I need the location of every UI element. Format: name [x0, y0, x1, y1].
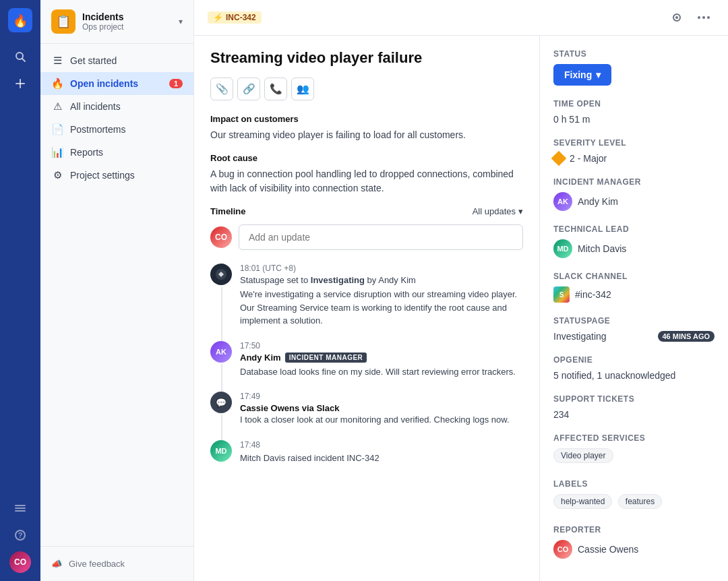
impact-label: Impact on customers: [210, 114, 523, 124]
sidebar-item-postmortems[interactable]: 📄 Postmortems: [40, 118, 193, 141]
impact-text: Our streaming video player is failing to…: [210, 128, 523, 142]
add-update-input[interactable]: [239, 224, 523, 250]
action-prefix: Statuspage set to: [240, 275, 311, 285]
svg-point-13: [698, 16, 700, 19]
timeline-item: 💬 17:49 Cassie Owens via Slack I took a …: [210, 392, 523, 440]
technical-lead-label: Technical lead: [553, 224, 715, 234]
incident-manager-label: Incident manager: [553, 177, 715, 187]
support-tickets-value: 234: [553, 409, 715, 420]
sidebar-item-project-settings[interactable]: ⚙ Project settings: [40, 164, 193, 187]
label-tag-0[interactable]: help-wanted: [553, 494, 612, 509]
list-icon: ☰: [51, 55, 63, 67]
help-icon[interactable]: ?: [9, 524, 31, 546]
content-area: Streaming video player failure 📎 🔗 📞 👥 I…: [194, 36, 728, 581]
statuspage-status: Investigating: [553, 331, 607, 342]
svg-text:?: ?: [18, 531, 23, 539]
status-button[interactable]: Fixing ▾: [553, 64, 611, 86]
reporter-name: Cassie Owens: [578, 544, 638, 555]
header-actions: [666, 7, 715, 28]
main-header: ⚡ INC-342: [194, 0, 728, 36]
svg-line-3: [22, 59, 25, 61]
timeline-body: We're investigating a service disruption…: [240, 288, 523, 328]
reporter-section: Reporter CO Cassie Owens: [553, 525, 715, 559]
author-row: Andy Kim INCIDENT MANAGER: [240, 353, 523, 363]
more-options-button[interactable]: [693, 7, 715, 28]
root-cause-label: Root cause: [210, 153, 523, 163]
attach-button[interactable]: 📎: [210, 78, 233, 100]
timeline-time: 17:48: [240, 440, 523, 450]
status-section: Status Fixing ▾: [553, 49, 715, 86]
status-value: Fixing: [564, 69, 592, 80]
sidebar-item-reports[interactable]: 📊 Reports: [40, 141, 193, 164]
project-subtitle: Ops project: [82, 22, 172, 32]
timeline-author: Cassie Owens via Slack: [240, 403, 523, 413]
affected-services-section: Affected services Video player: [553, 433, 715, 466]
slack-avatar: 💬: [210, 392, 232, 413]
reporter-label: Reporter: [553, 525, 715, 534]
statuspage-section: Statuspage Investigating 46 MINS AGO: [553, 316, 715, 342]
svg-text:🔥: 🔥: [13, 13, 28, 28]
timeline-item: 18:01 (UTC +8) Statuspage set to Investi…: [210, 264, 523, 341]
menu-icon[interactable]: [9, 497, 31, 519]
timeline-body: Database load looks fine on my side. Wil…: [240, 365, 523, 379]
slack-icon: S: [553, 286, 570, 303]
svg-point-15: [707, 16, 710, 19]
timeline-action: Statuspage set to Investigating by Andy …: [240, 275, 523, 285]
link-button[interactable]: 🔗: [237, 78, 260, 100]
app-logo[interactable]: 🔥: [8, 8, 32, 32]
open-incidents-badge: 1: [169, 79, 183, 88]
incident-badge-icon: ⚡: [213, 13, 223, 22]
sidebar-footer: 📣 Give feedback: [40, 546, 193, 581]
toolbar: 📎 🔗 📞 👥: [210, 78, 523, 100]
affected-services-label: Affected services: [553, 433, 715, 443]
warning-icon: ⚠: [51, 100, 63, 113]
main-content: ⚡ INC-342 Streaming video player fai: [194, 0, 728, 581]
timeline-content: 18:01 (UTC +8) Statuspage set to Investi…: [240, 264, 523, 328]
timeline-time: 17:49: [240, 392, 523, 401]
labels-section: Labels help-wanted features: [553, 479, 715, 512]
current-user-avatar: CO: [210, 226, 232, 248]
opsgenie-section: OpGenie 5 notified, 1 unacknowledged: [553, 355, 715, 381]
fire-icon: 🔥: [51, 78, 63, 90]
timeline-content: 17:49 Cassie Owens via Slack I took a cl…: [240, 392, 523, 427]
timeline-content: 17:48 Mitch Davis raised incident INC-34…: [240, 440, 523, 465]
timeline-author: Andy Kim: [240, 353, 281, 363]
sidebar-chevron-icon[interactable]: ▾: [179, 17, 183, 26]
affected-service-tag[interactable]: Video player: [553, 448, 613, 463]
project-name: Incidents: [82, 11, 172, 22]
phone-button[interactable]: 📞: [264, 78, 287, 100]
sidebar-item-all-incidents[interactable]: ⚠ All incidents: [40, 95, 193, 118]
incident-title: Streaming video player failure: [210, 49, 523, 67]
doc-icon: 📄: [51, 123, 63, 135]
all-updates-button[interactable]: All updates ▾: [473, 206, 523, 216]
slack-channel-label: Slack channel: [553, 272, 715, 281]
mitch-avatar: MD: [210, 440, 232, 462]
timeline-body: Mitch Davis raised incident INC-342: [240, 452, 523, 465]
icon-bar: 🔥 ? CO: [0, 0, 40, 581]
watch-button[interactable]: [666, 7, 688, 28]
time-open-section: Time open 0 h 51 m: [553, 99, 715, 125]
affected-services-tags: Video player: [553, 448, 715, 466]
gear-icon: ⚙: [51, 169, 63, 181]
label-tag-1[interactable]: features: [618, 494, 662, 509]
users-button[interactable]: 👥: [291, 78, 314, 100]
root-cause-text: A bug in connection pool handling led to…: [210, 167, 523, 195]
timeline-title: Timeline: [210, 206, 246, 216]
add-icon[interactable]: [9, 73, 31, 94]
timeline-header: Timeline All updates ▾: [210, 206, 523, 216]
incident-manager-row: AK Andy Kim: [553, 192, 715, 211]
svg-point-14: [702, 16, 705, 19]
timeline-time: 17:50: [240, 341, 523, 350]
time-open-value: 0 h 51 m: [553, 114, 715, 125]
sidebar-item-label: Get started: [70, 55, 117, 66]
opsgenie-value: 5 notified, 1 unacknowledged: [553, 370, 715, 381]
sidebar-item-get-started[interactable]: ☰ Get started: [40, 49, 193, 72]
sidebar-item-open-incidents[interactable]: 🔥 Open incidents 1: [40, 72, 193, 95]
user-avatar[interactable]: CO: [9, 551, 31, 573]
project-info: Incidents Ops project: [82, 11, 172, 32]
chevron-down-icon: ▾: [518, 206, 523, 216]
give-feedback-button[interactable]: 📣 Give feedback: [51, 555, 183, 573]
sidebar-item-label: Open incidents: [70, 78, 138, 89]
search-icon[interactable]: [9, 46, 31, 67]
incident-manager-avatar: AK: [553, 192, 572, 211]
